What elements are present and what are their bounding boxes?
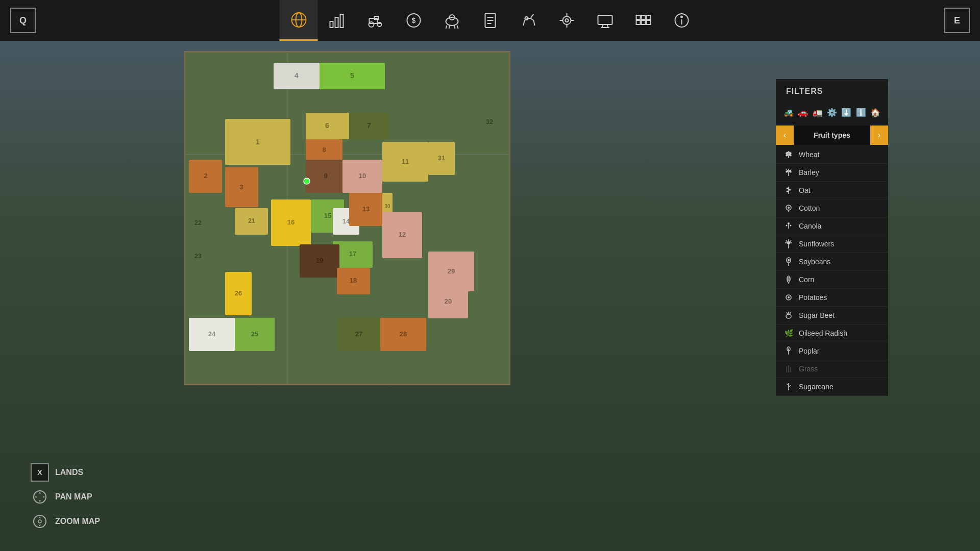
tab-map[interactable] — [280, 0, 318, 41]
map-inner: 4 5 32 1 6 7 8 2 — [185, 53, 509, 384]
nav-right: E — [944, 8, 970, 33]
filter-icon-car[interactable]: 🚗 — [798, 105, 808, 119]
svg-rect-38 — [641, 20, 645, 24]
tab-machines[interactable] — [548, 0, 586, 41]
filter-prev-button[interactable]: ‹ — [776, 126, 794, 145]
tab-money[interactable]: $ — [395, 0, 433, 41]
filter-item-soybeans[interactable]: Soybeans — [776, 253, 888, 271]
svg-point-13 — [446, 17, 458, 26]
filter-nav-label: Fruit types — [794, 131, 870, 139]
filter-label-potatoes: Potatoes — [799, 293, 827, 302]
svg-line-17 — [454, 26, 455, 29]
svg-text:25: 25 — [251, 330, 258, 338]
svg-line-132 — [786, 240, 788, 242]
svg-rect-35 — [641, 15, 645, 19]
nav-left: Q — [10, 8, 36, 33]
svg-text:13: 13 — [362, 205, 370, 213]
svg-line-116 — [786, 169, 787, 170]
svg-text:30: 30 — [384, 204, 390, 209]
filter-label-cotton: Cotton — [799, 204, 820, 212]
filter-icon-corn — [783, 274, 794, 285]
filter-icon-oat — [783, 185, 794, 195]
q-key-button[interactable]: Q — [10, 8, 36, 33]
svg-point-126 — [788, 222, 790, 224]
map-terrain: 4 5 32 1 6 7 8 2 — [185, 53, 510, 385]
filter-item-oat[interactable]: Oat — [776, 182, 888, 199]
filter-icon-truck[interactable]: 🚛 — [813, 105, 823, 119]
svg-line-148 — [787, 312, 788, 314]
tab-vehicle[interactable] — [356, 0, 395, 41]
svg-point-139 — [787, 276, 790, 282]
filter-item-oilseed[interactable]: 🌿 Oilseed Radish — [776, 324, 888, 342]
svg-text:8: 8 — [322, 146, 326, 154]
svg-point-147 — [786, 314, 791, 318]
svg-point-161 — [38, 520, 41, 523]
tab-horses[interactable] — [509, 0, 548, 41]
lands-label: LANDS — [55, 468, 83, 477]
filter-icon-info[interactable]: ℹ️ — [855, 105, 866, 119]
svg-text:20: 20 — [445, 297, 452, 305]
filter-icon-grass — [783, 364, 794, 374]
filter-icon-potatoes — [783, 292, 794, 303]
filter-item-grass[interactable]: Grass — [776, 360, 888, 378]
filter-label-sugarbeet: Sugar Beet — [799, 311, 835, 319]
e-key-button[interactable]: E — [944, 8, 970, 33]
filter-item-barley[interactable]: Barley — [776, 164, 888, 182]
filter-panel: FILTERS 🚜 🚗 🚛 ⚙️ ⬇️ ℹ️ 🏠 ‹ Fruit types › — [776, 79, 888, 396]
zoom-icon — [31, 512, 49, 531]
filter-label-poplar: Poplar — [799, 347, 819, 355]
filter-item-cotton[interactable]: Cotton — [776, 199, 888, 217]
tab-screen[interactable] — [586, 0, 624, 41]
control-lands: X LANDS — [31, 463, 100, 482]
map-container[interactable]: 4 5 32 1 6 7 8 2 — [184, 51, 510, 385]
svg-text:22: 22 — [194, 219, 202, 227]
filter-label-sunflowers: Sunflowers — [799, 240, 834, 248]
svg-line-16 — [449, 26, 450, 29]
svg-point-119 — [787, 188, 789, 189]
filter-item-sunflowers[interactable]: Sunflowers — [776, 235, 888, 253]
svg-point-137 — [788, 259, 790, 262]
filter-item-poplar[interactable]: Poplar — [776, 342, 888, 360]
filter-item-potatoes[interactable]: Potatoes — [776, 289, 888, 307]
filter-icon-oilseed: 🌿 — [783, 328, 794, 338]
svg-text:16: 16 — [287, 218, 295, 226]
svg-text:3: 3 — [239, 183, 243, 191]
tab-animals[interactable] — [433, 0, 471, 41]
svg-text:21: 21 — [248, 217, 255, 224]
tab-build[interactable] — [624, 0, 663, 41]
filter-item-sugarcane[interactable]: Sugarcane — [776, 378, 888, 396]
svg-rect-5 — [340, 14, 343, 28]
filter-label-sugarcane: Sugarcane — [799, 383, 834, 391]
filter-label-soybeans: Soybeans — [799, 258, 830, 266]
svg-rect-37 — [636, 20, 640, 24]
svg-text:10: 10 — [359, 172, 366, 180]
filter-icon-soybeans — [783, 257, 794, 267]
filter-label-corn: Corn — [799, 276, 814, 284]
filter-next-button[interactable]: › — [870, 126, 888, 145]
filter-label-canola: Canola — [799, 222, 821, 230]
svg-text:18: 18 — [350, 277, 357, 284]
tab-contracts[interactable] — [471, 0, 509, 41]
tab-stats[interactable] — [318, 0, 356, 41]
filter-icon-sunflowers — [783, 239, 794, 249]
svg-rect-3 — [330, 21, 333, 28]
filter-icon-gear[interactable]: ⚙️ — [827, 105, 837, 119]
filter-icon-home[interactable]: 🏠 — [870, 105, 880, 119]
filter-icon-sugarcane — [783, 382, 794, 392]
filter-item-wheat[interactable]: Wheat — [776, 146, 888, 164]
svg-text:26: 26 — [235, 289, 242, 297]
filter-icon-sugarbeet — [783, 310, 794, 320]
svg-point-146 — [788, 296, 790, 298]
tab-info[interactable] — [663, 0, 701, 41]
svg-text:7: 7 — [367, 121, 371, 130]
filter-item-canola[interactable]: Canola — [776, 217, 888, 235]
filter-icon-tractor[interactable]: 🚜 — [783, 105, 794, 119]
svg-line-117 — [790, 169, 792, 170]
svg-point-23 — [525, 17, 528, 20]
filter-item-corn[interactable]: Corn — [776, 271, 888, 289]
svg-rect-30 — [598, 15, 612, 24]
x-key[interactable]: X — [31, 463, 49, 482]
filter-icon-download[interactable]: ⬇️ — [841, 105, 851, 119]
svg-point-123 — [788, 207, 790, 209]
filter-item-sugarbeet[interactable]: Sugar Beet — [776, 307, 888, 324]
